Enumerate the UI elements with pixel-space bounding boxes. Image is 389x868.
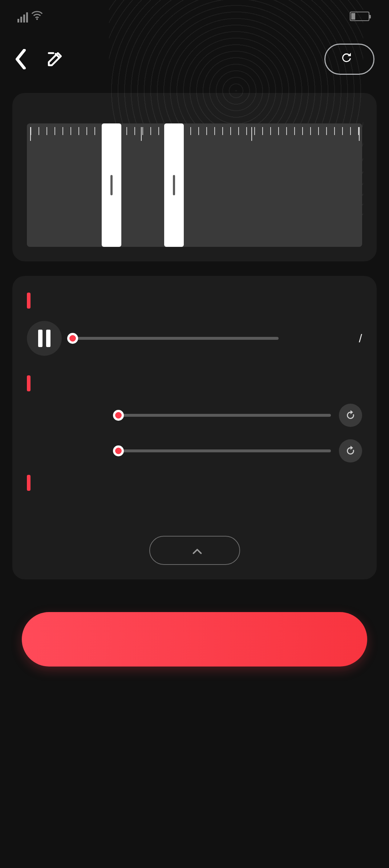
back-button[interactable] <box>15 49 27 69</box>
speed-reset-button[interactable] <box>339 439 362 462</box>
waveform-graphic <box>27 152 362 247</box>
waveform-panel <box>12 93 377 261</box>
selection-handle-right[interactable] <box>164 123 184 247</box>
edit-title-button[interactable] <box>46 50 64 68</box>
accent-bar-icon <box>27 475 31 491</box>
chevron-up-icon <box>193 543 202 558</box>
volume-slider[interactable] <box>118 414 331 417</box>
accent-bar-icon <box>27 293 31 309</box>
pause-icon <box>38 330 42 347</box>
generate-button[interactable] <box>22 612 367 667</box>
speed-slider[interactable] <box>118 449 331 452</box>
format-toggle-button[interactable] <box>324 44 374 75</box>
cycle-icon <box>340 51 353 68</box>
waveform-editor[interactable] <box>27 123 362 247</box>
battery-icon <box>350 12 369 21</box>
waveform-ruler <box>27 123 362 143</box>
playback-slider[interactable] <box>73 337 279 340</box>
collapse-button[interactable] <box>149 536 240 565</box>
accent-bar-icon <box>27 375 31 391</box>
selection-handle-left[interactable] <box>102 123 121 247</box>
status-bar <box>0 0 389 33</box>
refresh-icon <box>344 445 357 457</box>
mode-hint <box>27 513 362 525</box>
refresh-icon <box>344 409 357 421</box>
svg-point-0 <box>36 18 38 20</box>
controls-panel: / <box>12 276 377 579</box>
wifi-icon <box>31 11 43 23</box>
play-pause-button[interactable] <box>27 321 62 356</box>
volume-reset-button[interactable] <box>339 404 362 427</box>
signal-icon <box>17 12 28 23</box>
playback-time: / <box>289 332 362 345</box>
header-bar <box>0 33 389 93</box>
